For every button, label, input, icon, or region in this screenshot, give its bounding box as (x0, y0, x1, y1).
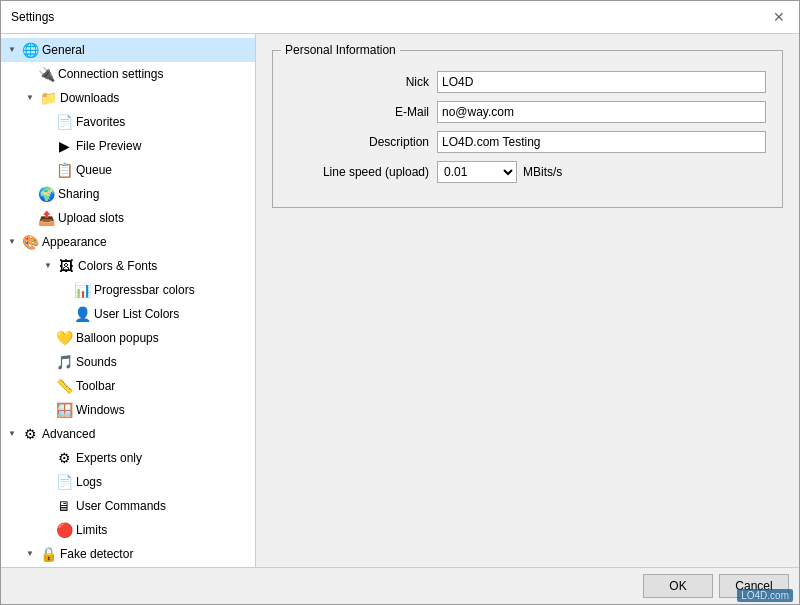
sidebar-item-filepreview[interactable]: ▶File Preview (1, 134, 255, 158)
expand-toggle-fakedetector[interactable]: ▼ (23, 544, 37, 564)
colorsfonts-icon: 🖼 (57, 257, 75, 275)
settings-window: Settings ✕ ▼🌐General🔌Connection settings… (0, 0, 800, 605)
sidebar-label-logs: Logs (76, 472, 102, 492)
bottom-area: OK Cancel LO4D.com (1, 567, 799, 604)
uploadslots-icon: 📤 (37, 209, 55, 227)
sidebar-label-queue: Queue (76, 160, 112, 180)
window-title: Settings (11, 10, 54, 24)
watermark-label: LO4D.com (737, 589, 793, 602)
nick-row: Nick (289, 71, 766, 93)
sidebar-item-connection[interactable]: 🔌Connection settings (1, 62, 255, 86)
usercommands-icon: 🖥 (55, 497, 73, 515)
sidebar-item-logs[interactable]: 📄Logs (1, 470, 255, 494)
sidebar-label-connection: Connection settings (58, 64, 163, 84)
email-input[interactable] (437, 101, 766, 123)
logs-icon: 📄 (55, 473, 73, 491)
linespeed-label: Line speed (upload) (289, 165, 429, 179)
sidebar-item-downloads[interactable]: ▼📁Downloads (1, 86, 255, 110)
nick-label: Nick (289, 75, 429, 89)
sidebar-item-appearance[interactable]: ▼🎨Appearance (1, 230, 255, 254)
linespeed-select[interactable]: 0.01 0.1 1 10 100 (437, 161, 517, 183)
general-icon: 🌐 (21, 41, 39, 59)
sidebar-label-favorites: Favorites (76, 112, 125, 132)
sidebar-item-limits[interactable]: 🔴Limits (1, 518, 255, 542)
sidebar-label-downloads: Downloads (60, 88, 119, 108)
linespeed-row: Line speed (upload) 0.01 0.1 1 10 100 MB… (289, 161, 766, 183)
sidebar-item-general[interactable]: ▼🌐General (1, 38, 255, 62)
main-panel: Personal Information Nick E-Mail Descrip… (256, 34, 799, 567)
sidebar-item-advanced[interactable]: ▼⚙Advanced (1, 422, 255, 446)
limits-icon: 🔴 (55, 521, 73, 539)
sidebar-label-usercommands: User Commands (76, 496, 166, 516)
description-row: Description (289, 131, 766, 153)
button-bar: OK Cancel (1, 567, 799, 604)
description-label: Description (289, 135, 429, 149)
sidebar-item-queue[interactable]: 📋Queue (1, 158, 255, 182)
fakedetector-icon: 🔒 (39, 545, 57, 563)
description-input[interactable] (437, 131, 766, 153)
window-body: ▼🌐General🔌Connection settings▼📁Downloads… (1, 34, 799, 567)
title-bar: Settings ✕ (1, 1, 799, 34)
sidebar-item-windows[interactable]: 🪟Windows (1, 398, 255, 422)
queue-icon: 📋 (55, 161, 73, 179)
personal-info-group: Personal Information Nick E-Mail Descrip… (272, 50, 783, 208)
favorites-icon: 📄 (55, 113, 73, 131)
sidebar-label-uploadslots: Upload slots (58, 208, 124, 228)
sidebar-label-filepreview: File Preview (76, 136, 141, 156)
advanced-icon: ⚙ (21, 425, 39, 443)
sidebar-label-colorsfonts: Colors & Fonts (78, 256, 157, 276)
toolbar-icon: 📏 (55, 377, 73, 395)
sidebar-label-toolbar: Toolbar (76, 376, 115, 396)
expand-toggle-advanced[interactable]: ▼ (5, 424, 19, 444)
sidebar-item-progressbar[interactable]: 📊Progressbar colors (1, 278, 255, 302)
sidebar-label-balloonpopups: Balloon popups (76, 328, 159, 348)
appearance-icon: 🎨 (21, 233, 39, 251)
sidebar-item-userlistcolors[interactable]: 👤User List Colors (1, 302, 255, 326)
nick-input[interactable] (437, 71, 766, 93)
ok-button[interactable]: OK (643, 574, 713, 598)
expand-toggle-appearance[interactable]: ▼ (5, 232, 19, 252)
email-label: E-Mail (289, 105, 429, 119)
downloads-icon: 📁 (39, 89, 57, 107)
sharing-icon: 🌍 (37, 185, 55, 203)
expand-toggle-general[interactable]: ▼ (5, 40, 19, 60)
group-title: Personal Information (281, 43, 400, 57)
sidebar-item-colorsfonts[interactable]: ▼🖼Colors & Fonts (1, 254, 255, 278)
sidebar-item-expertsonly[interactable]: ⚙Experts only (1, 446, 255, 470)
sidebar-label-advanced: Advanced (42, 424, 95, 444)
sidebar-item-balloonpopups[interactable]: 💛Balloon popups (1, 326, 255, 350)
sidebar-label-progressbar: Progressbar colors (94, 280, 195, 300)
progressbar-icon: 📊 (73, 281, 91, 299)
sidebar-item-sounds[interactable]: 🎵Sounds (1, 350, 255, 374)
expand-toggle-downloads[interactable]: ▼ (23, 88, 37, 108)
sidebar-label-general: General (42, 40, 85, 60)
sidebar-item-toolbar[interactable]: 📏Toolbar (1, 374, 255, 398)
sidebar-item-favorites[interactable]: 📄Favorites (1, 110, 255, 134)
sidebar-item-fakedetector[interactable]: ▼🔒Fake detector (1, 542, 255, 566)
connection-icon: 🔌 (37, 65, 55, 83)
windows-icon: 🪟 (55, 401, 73, 419)
sidebar-label-sharing: Sharing (58, 184, 99, 204)
sidebar-item-uploadslots[interactable]: 📤Upload slots (1, 206, 255, 230)
close-button[interactable]: ✕ (769, 7, 789, 27)
sidebar-label-fakedetector: Fake detector (60, 544, 133, 564)
sidebar-item-usercommands[interactable]: 🖥User Commands (1, 494, 255, 518)
sidebar-item-sharing[interactable]: 🌍Sharing (1, 182, 255, 206)
sidebar-label-windows: Windows (76, 400, 125, 420)
balloonpopups-icon: 💛 (55, 329, 73, 347)
userlistcolors-icon: 👤 (73, 305, 91, 323)
sidebar-label-appearance: Appearance (42, 232, 107, 252)
sidebar-label-expertsonly: Experts only (76, 448, 142, 468)
sounds-icon: 🎵 (55, 353, 73, 371)
sidebar-label-userlistcolors: User List Colors (94, 304, 179, 324)
email-row: E-Mail (289, 101, 766, 123)
expertsonly-icon: ⚙ (55, 449, 73, 467)
expand-toggle-colorsfonts[interactable]: ▼ (41, 256, 55, 276)
sidebar-label-limits: Limits (76, 520, 107, 540)
linespeed-unit: MBits/s (523, 165, 562, 179)
filepreview-icon: ▶ (55, 137, 73, 155)
sidebar: ▼🌐General🔌Connection settings▼📁Downloads… (1, 34, 256, 567)
sidebar-label-sounds: Sounds (76, 352, 117, 372)
